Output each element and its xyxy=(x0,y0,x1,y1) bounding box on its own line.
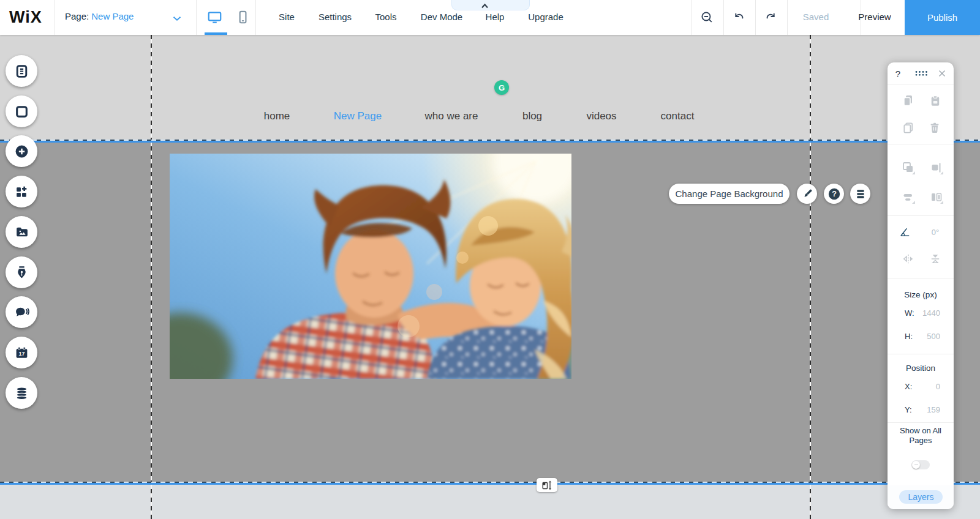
panel-drag-handle[interactable] xyxy=(915,70,929,77)
site-nav-blog[interactable]: blog xyxy=(522,110,542,122)
panel-divider xyxy=(888,278,954,278)
chevron-down-icon[interactable] xyxy=(170,12,184,25)
grammarly-icon[interactable]: G xyxy=(494,80,509,95)
wix-logo[interactable]: WiX xyxy=(9,8,42,27)
site-nav-videos[interactable]: videos xyxy=(586,110,616,122)
panel-help-button[interactable]: ? xyxy=(895,69,900,79)
database-icon xyxy=(14,386,29,401)
flip-horizontal-button[interactable] xyxy=(902,252,916,266)
background-help-button[interactable]: ? xyxy=(824,184,844,204)
panel-divider xyxy=(888,144,954,144)
x-row: X: 0 xyxy=(888,382,954,391)
layers-stack-button[interactable] xyxy=(850,184,870,204)
panel-close-button[interactable] xyxy=(938,70,946,78)
copy-button[interactable] xyxy=(901,93,916,108)
redo-button[interactable] xyxy=(763,10,779,26)
question-icon: ? xyxy=(827,187,842,201)
panel-divider xyxy=(888,215,954,216)
sidebar-item-add-elements[interactable] xyxy=(6,135,37,167)
section-stretch-handle[interactable] xyxy=(537,478,557,492)
sidebar-item-bookings[interactable]: 17 xyxy=(6,337,37,368)
topbar-collapse-tab[interactable] xyxy=(451,0,530,10)
x-field[interactable]: 0 xyxy=(936,382,940,391)
desktop-view-button[interactable] xyxy=(206,9,225,26)
site-nav-home[interactable]: home xyxy=(264,110,290,122)
sidebar-item-add-apps[interactable] xyxy=(6,176,37,207)
topbar-divider xyxy=(787,0,788,35)
add-icon xyxy=(14,144,29,159)
panel-divider xyxy=(888,354,954,354)
mobile-view-button[interactable] xyxy=(235,9,253,26)
media-icon xyxy=(14,225,29,240)
menu-dev-mode[interactable]: Dev Mode xyxy=(421,12,462,22)
paintbrush-button[interactable] xyxy=(797,184,817,204)
trash-icon xyxy=(928,121,941,135)
sidebar-item-menus-pages[interactable] xyxy=(6,55,37,87)
match-size-icon xyxy=(929,190,944,204)
pen-nib-icon xyxy=(14,265,29,280)
position-section-title: Position xyxy=(888,364,954,373)
rotation-value[interactable]: 0° xyxy=(932,228,939,237)
mobile-icon xyxy=(235,9,251,25)
preview-button[interactable]: Preview xyxy=(858,12,891,22)
rotate-button[interactable] xyxy=(899,225,913,239)
site-nav-contact[interactable]: contact xyxy=(661,110,695,122)
element-settings-panel: ? xyxy=(888,62,954,509)
height-label: H: xyxy=(905,332,913,341)
paste-icon xyxy=(929,94,943,108)
saved-status[interactable]: Saved xyxy=(803,12,829,22)
layers-button[interactable]: Layers xyxy=(899,490,943,504)
width-field[interactable]: 1440 xyxy=(922,308,940,318)
show-on-all-pages-label: Show on All Pages xyxy=(896,426,945,446)
page-label: Page: xyxy=(65,11,89,21)
change-page-background-button[interactable]: Change Page Background xyxy=(669,184,790,204)
sidebar-item-content-manager[interactable] xyxy=(6,377,37,409)
calendar-icon: 17 xyxy=(14,345,29,360)
publish-button[interactable]: Publish xyxy=(905,0,980,35)
section-bottom-boundary xyxy=(0,482,980,485)
menu-tools[interactable]: Tools xyxy=(375,12,396,22)
duplicate-button[interactable] xyxy=(902,121,916,135)
right-margin-guide xyxy=(810,35,811,519)
wix-editor: home New Page who we are blog videos con… xyxy=(0,0,980,519)
menu-help[interactable]: Help xyxy=(486,12,505,22)
canvas-header-strip[interactable] xyxy=(0,35,980,141)
distribute-button[interactable] xyxy=(901,190,916,204)
sidebar-item-media[interactable] xyxy=(6,216,37,248)
add-apps-icon xyxy=(14,184,29,200)
copy-icon xyxy=(901,93,916,108)
svg-text:?: ? xyxy=(832,190,837,198)
paste-button[interactable] xyxy=(929,94,943,108)
y-field[interactable]: 159 xyxy=(927,405,940,414)
canvas-footer-strip[interactable] xyxy=(0,482,980,519)
undo-button[interactable] xyxy=(731,10,747,26)
redo-icon xyxy=(763,10,778,25)
arrange-button[interactable] xyxy=(901,160,916,175)
flip-horizontal-icon xyxy=(902,252,916,266)
menu-upgrade[interactable]: Upgrade xyxy=(528,12,564,22)
page-switcher[interactable]: Page:New Page xyxy=(65,11,134,21)
sidebar-item-chat[interactable] xyxy=(6,296,37,328)
y-label: Y: xyxy=(905,405,912,414)
align-button[interactable] xyxy=(929,160,944,175)
angle-icon xyxy=(899,225,913,239)
height-field[interactable]: 500 xyxy=(927,332,940,341)
section-top-boundary xyxy=(0,140,980,143)
menu-site[interactable]: Site xyxy=(279,12,295,22)
y-row: Y: 159 xyxy=(888,405,954,414)
menu-settings[interactable]: Settings xyxy=(318,12,352,22)
zoom-out-button[interactable] xyxy=(699,10,715,26)
panel-divider xyxy=(888,422,954,423)
topbar-divider xyxy=(255,0,256,35)
sidebar-item-page-background[interactable] xyxy=(6,95,37,127)
delete-button[interactable] xyxy=(928,121,941,135)
show-on-all-pages-toggle[interactable] xyxy=(911,460,930,469)
sidebar-item-blog[interactable] xyxy=(6,256,37,288)
page-photo-two-children[interactable] xyxy=(170,154,571,379)
site-nav-new-page[interactable]: New Page xyxy=(334,110,382,122)
flip-vertical-button[interactable] xyxy=(929,252,943,266)
editor-topbar: WiX Page:New Page Site Settings Tools De… xyxy=(0,0,980,35)
site-nav-who-we-are[interactable]: who we are xyxy=(425,110,478,122)
match-size-button[interactable] xyxy=(929,190,944,204)
arrange-icon xyxy=(901,160,916,175)
